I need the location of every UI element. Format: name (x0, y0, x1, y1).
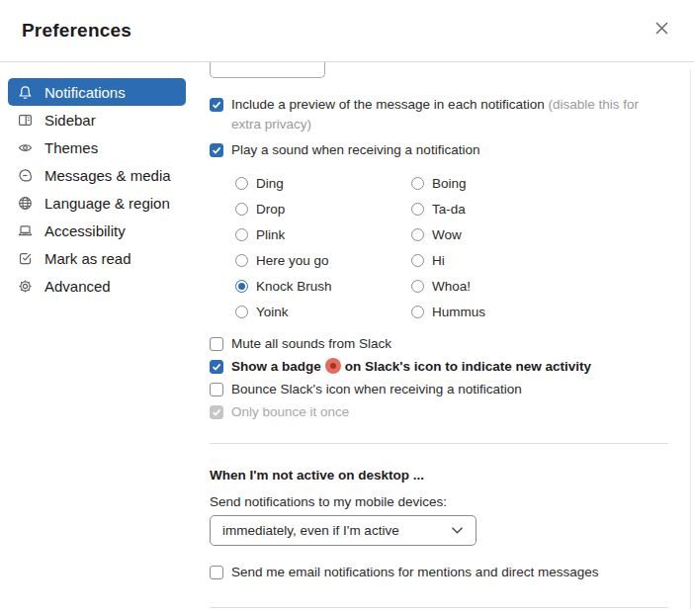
radio-icon[interactable] (411, 228, 424, 241)
sound-option-knock-brush[interactable]: Knock Brush (235, 279, 411, 294)
sidebar-item-advanced[interactable]: Advanced (8, 272, 186, 300)
bounce-checkbox-label: Bounce Slack's icon when receiving a not… (231, 380, 522, 399)
scrolled-select-partial[interactable] (210, 62, 325, 78)
radio-icon[interactable] (411, 203, 424, 216)
mute-checkbox[interactable] (210, 337, 223, 351)
badge-checkbox-label: Show a badgeon Slack's icon to indicate … (231, 357, 591, 377)
bounce-checkbox-row: Bounce Slack's icon when receiving a not… (210, 380, 668, 399)
radio-icon[interactable] (411, 254, 424, 267)
sidebar-item-themes[interactable]: Themes (8, 133, 186, 161)
sound-option-whoa[interactable]: Whoa! (411, 279, 668, 294)
scrollbar-track[interactable] (690, 69, 691, 609)
mobile-notifications-select-value: immediately, even if I'm active (222, 523, 399, 538)
badge-checkbox[interactable] (210, 360, 223, 374)
mute-checkbox-label: Mute all sounds from Slack (231, 334, 391, 354)
dialog-body: Notifications Sidebar Themes Messages & … (0, 62, 694, 615)
sidebar-item-label: Advanced (44, 278, 111, 295)
email-checkbox-row: Send me email notifications for mentions… (210, 563, 668, 582)
sidebar-item-accessibility[interactable]: Accessibility (8, 217, 186, 244)
globe-icon (18, 196, 33, 211)
preview-checkbox-row: Include a preview of the message in each… (210, 95, 668, 134)
preferences-sidebar: Notifications Sidebar Themes Messages & … (0, 62, 202, 615)
section-divider (210, 443, 668, 444)
sidebar-item-mark-as-read[interactable]: Mark as read (8, 244, 186, 272)
radio-icon[interactable] (411, 306, 424, 318)
bell-icon (18, 85, 33, 100)
sidebar-item-label: Accessibility (44, 222, 126, 239)
sound-option-ta-da[interactable]: Ta-da (411, 202, 668, 217)
notifications-panel: Include a preview of the message in each… (202, 62, 694, 615)
sound-option-yoink[interactable]: Yoink (235, 305, 411, 319)
sound-option-hummus[interactable]: Hummus (411, 305, 668, 319)
page-title: Preferences (22, 20, 131, 42)
bounce-once-checkbox-row: Only bounce it once (210, 402, 668, 422)
sound-option-boing[interactable]: Boing (411, 176, 668, 191)
sound-checkbox[interactable] (210, 143, 223, 157)
gear-icon (18, 279, 33, 294)
chevron-down-icon (451, 526, 464, 535)
sidebar-item-label: Sidebar (44, 112, 96, 129)
red-badge-icon (325, 358, 341, 374)
mobile-notifications-select[interactable]: immediately, even if I'm active (210, 515, 477, 546)
bottom-divider (210, 607, 668, 608)
mute-checkbox-row: Mute all sounds from Slack (210, 334, 668, 354)
sidebar-item-label: Mark as read (44, 250, 131, 267)
bounce-once-checkbox (210, 405, 223, 419)
sidebar-item-label: Messages & media (44, 167, 171, 184)
preview-checkbox[interactable] (210, 98, 223, 112)
sidebar-item-label: Language & region (44, 195, 170, 212)
sound-option-here-you-go[interactable]: Here you go (235, 253, 411, 268)
eye-icon (18, 140, 33, 155)
sidebar-item-label: Themes (44, 139, 98, 156)
sound-checkbox-label: Play a sound when receiving a notificati… (231, 140, 479, 160)
email-checkbox[interactable] (210, 566, 223, 579)
dialog-header: Preferences (0, 0, 694, 62)
away-section-heading: When I'm not active on desktop ... (210, 468, 668, 483)
close-icon[interactable] (651, 17, 672, 39)
sound-checkbox-row: Play a sound when receiving a notificati… (210, 140, 668, 160)
radio-icon[interactable] (235, 306, 248, 318)
radio-icon[interactable] (411, 280, 424, 293)
preview-checkbox-label: Include a preview of the message in each… (231, 95, 668, 134)
radio-icon[interactable] (411, 177, 424, 190)
check-square-icon (18, 251, 33, 266)
message-bubble-icon (18, 168, 33, 183)
email-checkbox-label: Send me email notifications for mentions… (231, 563, 598, 582)
radio-selected-icon[interactable] (235, 280, 248, 293)
bounce-once-checkbox-label: Only bounce it once (231, 402, 349, 422)
notification-sound-options: Ding Boing Drop Ta-da Plink Wow Here you… (235, 170, 668, 324)
mobile-notifications-label: Send notifications to my mobile devices: (210, 494, 668, 509)
sidebar-item-label: Notifications (44, 84, 126, 101)
sidebar-item-sidebar[interactable]: Sidebar (8, 106, 186, 133)
sidebar-item-notifications[interactable]: Notifications (8, 78, 186, 106)
radio-icon[interactable] (235, 228, 248, 241)
bounce-checkbox[interactable] (210, 383, 223, 396)
badge-checkbox-row: Show a badgeon Slack's icon to indicate … (210, 357, 668, 377)
radio-icon[interactable] (235, 203, 248, 216)
radio-icon[interactable] (235, 177, 248, 190)
sidebar-layout-icon (18, 113, 33, 128)
sound-option-hi[interactable]: Hi (411, 253, 668, 268)
sound-option-ding[interactable]: Ding (235, 176, 411, 191)
sidebar-item-messages-media[interactable]: Messages & media (8, 161, 186, 189)
sound-option-drop[interactable]: Drop (235, 202, 411, 217)
preferences-dialog: Preferences Notifications Sidebar (0, 0, 694, 616)
sound-option-plink[interactable]: Plink (235, 227, 411, 242)
laptop-icon (18, 223, 33, 238)
radio-icon[interactable] (235, 254, 248, 267)
sound-option-wow[interactable]: Wow (411, 227, 668, 242)
sidebar-item-language-region[interactable]: Language & region (8, 189, 186, 217)
